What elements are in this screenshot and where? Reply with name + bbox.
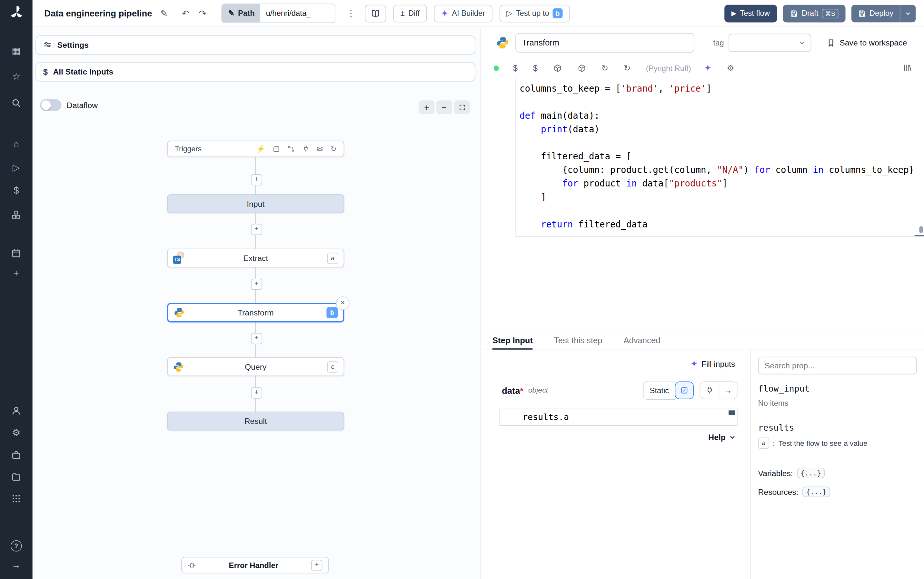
undo-icon[interactable]: ↶ xyxy=(180,7,192,20)
argument-value-editor[interactable]: results.a xyxy=(500,409,738,426)
deploy-button[interactable]: Deploy xyxy=(851,5,900,22)
zoom-out-button[interactable]: − xyxy=(436,100,452,114)
search-prop-input[interactable] xyxy=(758,357,917,375)
chevron-down-icon xyxy=(904,10,912,17)
editor-settings-gear-icon[interactable]: ⚙ xyxy=(727,63,735,73)
chevron-down-icon xyxy=(798,39,806,46)
dataflow-toggle[interactable] xyxy=(40,99,61,111)
schedule-icon[interactable] xyxy=(273,145,280,152)
websocket-icon[interactable] xyxy=(302,145,309,152)
package-lock-icon[interactable] xyxy=(577,64,586,72)
windmill-logo[interactable] xyxy=(0,5,33,18)
argument-value[interactable]: results.a xyxy=(500,409,737,425)
insert-arrow-icon[interactable]: → xyxy=(718,382,737,398)
results-heading[interactable]: results xyxy=(758,423,917,432)
path-label-segment[interactable]: ✎ Path xyxy=(222,4,261,23)
result-item[interactable]: a : Test the flow to see a value xyxy=(758,438,917,449)
resources-icon[interactable] xyxy=(0,208,33,221)
ai-builder-button[interactable]: ✦ AI Builder xyxy=(434,5,492,22)
redo-icon[interactable]: ↷ xyxy=(196,7,209,20)
resource-picker-icon[interactable]: $ xyxy=(533,63,538,73)
editor-horizontal-scrollbar[interactable] xyxy=(915,235,924,237)
more-options-kebab-icon[interactable]: ⋮ xyxy=(344,7,358,20)
add-step-connector-1[interactable]: + xyxy=(251,174,262,185)
reset-icon[interactable]: ↻ xyxy=(624,63,630,73)
editor-mode-button[interactable] xyxy=(675,381,694,399)
test-up-to-button[interactable]: ▷ Test up to b xyxy=(499,5,570,22)
variables-value-badge[interactable]: {...} xyxy=(797,468,824,478)
help-dropdown[interactable]: Help xyxy=(482,426,751,442)
mini-editor-scrollbar[interactable] xyxy=(728,410,735,415)
step-name-input[interactable] xyxy=(515,33,694,52)
tab-advanced[interactable]: Advanced xyxy=(624,331,660,350)
docs-book-button[interactable] xyxy=(365,5,386,22)
tab-step-input[interactable]: Step Input xyxy=(493,331,533,350)
code-content[interactable]: columns_to_keep = ['brand', 'price'] def… xyxy=(516,79,924,231)
webhook-icon[interactable]: ⚡ xyxy=(256,145,265,153)
ai-assistant-wand-icon[interactable]: ✦ xyxy=(704,62,712,73)
flow-node-extract[interactable]: TS Extract a xyxy=(167,249,344,268)
email-trigger-icon[interactable]: ✉ xyxy=(317,145,323,153)
error-handler-node[interactable]: Error Handler + xyxy=(181,557,329,573)
http-route-icon[interactable] xyxy=(287,145,294,152)
poll-trigger-icon[interactable]: ↻ xyxy=(331,145,336,153)
fit-view-button[interactable] xyxy=(454,100,470,114)
test-flow-button[interactable]: ▶ Test flow xyxy=(724,5,777,22)
static-mode-button[interactable]: Static xyxy=(643,381,675,400)
edit-title-pencil-icon[interactable]: ✎ xyxy=(158,7,170,20)
draft-button[interactable]: Draft ⌘S xyxy=(783,5,845,22)
variable-picker-icon[interactable]: $ xyxy=(513,63,518,73)
editor-vertical-scrollbar[interactable] xyxy=(919,226,923,233)
save-to-workspace-button[interactable]: Save to workspace xyxy=(827,38,907,47)
help-icon[interactable]: ? xyxy=(0,539,33,551)
flow-node-transform[interactable]: Transform b × xyxy=(167,303,344,322)
triggers-node[interactable]: Triggers ⚡ ✉ ↻ xyxy=(167,141,344,157)
zoom-in-button[interactable]: + xyxy=(419,100,434,114)
lint-assistants-label: (Pyright Ruff) xyxy=(646,64,691,72)
workers-icon[interactable] xyxy=(0,448,33,461)
tag-select[interactable] xyxy=(728,33,811,52)
folders-icon[interactable] xyxy=(0,470,33,483)
add-step-connector-2[interactable]: + xyxy=(251,224,262,235)
argument-type: object xyxy=(528,386,548,394)
gear-glyph: ⚙ xyxy=(12,427,20,437)
argument-name: data* xyxy=(502,386,524,396)
fill-inputs-button[interactable]: ✦ Fill inputs xyxy=(482,350,751,369)
path-input[interactable] xyxy=(261,4,335,23)
code-editor[interactable]: columns_to_keep = ['brand', 'price'] def… xyxy=(515,79,924,237)
tab-test-this-step[interactable]: Test this step xyxy=(554,331,602,350)
collapse-sidebar-icon[interactable]: → xyxy=(0,559,33,572)
apps-menu-icon[interactable] xyxy=(0,492,33,505)
home-icon[interactable]: ⌂ xyxy=(0,138,33,150)
settings-gear-icon[interactable]: ⚙ xyxy=(0,427,33,439)
all-static-inputs-row[interactable]: $ All Static Inputs xyxy=(36,62,475,81)
schedules-icon[interactable] xyxy=(0,246,33,259)
flow-node-query[interactable]: Query c xyxy=(167,357,344,376)
flow-node-result[interactable]: Result xyxy=(167,412,344,431)
add-step-connector-4[interactable]: + xyxy=(251,333,262,344)
deploy-dropdown-chevron[interactable] xyxy=(900,5,916,22)
resources-row[interactable]: Resources: {...} xyxy=(758,486,917,497)
create-plus-icon[interactable]: + xyxy=(0,267,33,280)
reload-icon[interactable]: ↻ xyxy=(601,63,608,73)
delete-step-close-icon[interactable]: × xyxy=(336,296,349,310)
variables-icon[interactable]: $ xyxy=(0,184,33,197)
runs-icon[interactable]: ▷ xyxy=(0,161,33,174)
apps-grid-icon[interactable]: ▦ xyxy=(0,44,33,57)
resources-value-badge[interactable]: {...} xyxy=(802,486,830,497)
path-label: Path xyxy=(238,9,255,17)
flow-node-input[interactable]: Input xyxy=(167,194,344,213)
add-step-connector-5[interactable]: + xyxy=(251,388,262,399)
flow-input-heading[interactable]: flow_input xyxy=(758,384,917,393)
favorites-star-icon[interactable]: ☆ xyxy=(0,70,33,83)
users-icon[interactable] xyxy=(0,404,33,417)
package-icon[interactable] xyxy=(553,64,562,72)
plug-connect-icon[interactable] xyxy=(700,382,718,398)
add-error-handler-icon[interactable]: + xyxy=(311,559,323,571)
diff-button[interactable]: ± Diff xyxy=(393,5,427,22)
library-icon[interactable] xyxy=(903,63,912,73)
variables-row[interactable]: Variables: {...} xyxy=(758,468,917,478)
settings-row[interactable]: Settings xyxy=(36,36,475,55)
add-step-connector-3[interactable]: + xyxy=(251,279,262,290)
search-icon[interactable] xyxy=(0,96,33,109)
